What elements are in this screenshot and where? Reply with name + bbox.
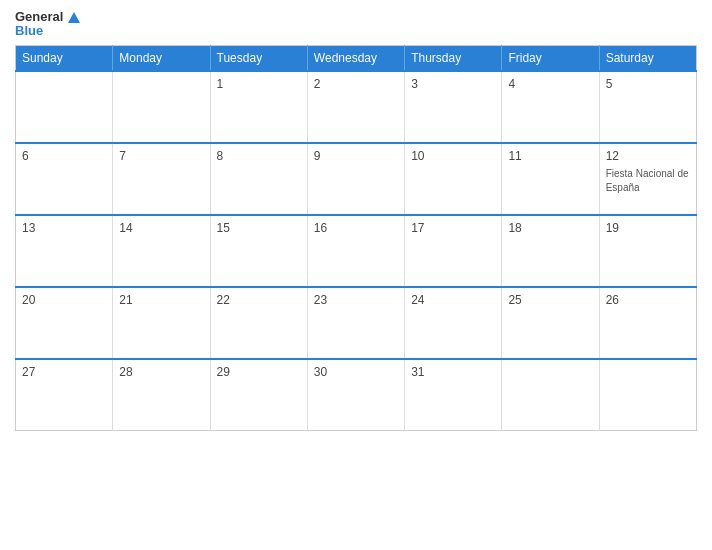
calendar-cell: 22 [210,287,307,359]
calendar-week-row: 12345 [16,71,697,143]
day-number: 14 [119,221,203,235]
calendar-day-header: Monday [113,45,210,71]
calendar-day-header: Sunday [16,45,113,71]
calendar-cell: 30 [307,359,404,431]
logo-general: General [15,10,63,24]
day-number: 16 [314,221,398,235]
day-number: 30 [314,365,398,379]
day-number: 31 [411,365,495,379]
calendar-cell: 14 [113,215,210,287]
calendar-day-header: Tuesday [210,45,307,71]
calendar-cell [502,359,599,431]
calendar-cell: 5 [599,71,696,143]
calendar-cell: 16 [307,215,404,287]
day-number: 19 [606,221,690,235]
day-number: 15 [217,221,301,235]
logo: General Blue [15,10,80,39]
calendar-cell [599,359,696,431]
calendar-cell: 19 [599,215,696,287]
calendar-cell: 23 [307,287,404,359]
day-number: 28 [119,365,203,379]
calendar-cell: 26 [599,287,696,359]
calendar-cell: 18 [502,215,599,287]
calendar-cell: 3 [405,71,502,143]
calendar-cell: 31 [405,359,502,431]
day-number: 25 [508,293,592,307]
calendar-week-row: 13141516171819 [16,215,697,287]
calendar-cell: 1 [210,71,307,143]
day-number: 5 [606,77,690,91]
calendar-table: SundayMondayTuesdayWednesdayThursdayFrid… [15,45,697,432]
calendar-day-header: Friday [502,45,599,71]
calendar-week-row: 2728293031 [16,359,697,431]
calendar-cell [113,71,210,143]
calendar-cell: 11 [502,143,599,215]
day-number: 24 [411,293,495,307]
day-number: 4 [508,77,592,91]
day-number: 17 [411,221,495,235]
day-number: 23 [314,293,398,307]
day-number: 3 [411,77,495,91]
calendar-cell [16,71,113,143]
day-number: 2 [314,77,398,91]
calendar-cell: 9 [307,143,404,215]
day-number: 13 [22,221,106,235]
calendar-day-header: Thursday [405,45,502,71]
calendar-cell: 4 [502,71,599,143]
calendar-cell: 24 [405,287,502,359]
calendar-cell: 20 [16,287,113,359]
calendar-week-row: 6789101112Fiesta Nacional de España [16,143,697,215]
calendar-cell: 21 [113,287,210,359]
day-number: 27 [22,365,106,379]
calendar-cell: 27 [16,359,113,431]
calendar-day-header: Saturday [599,45,696,71]
calendar-cell: 13 [16,215,113,287]
calendar-cell: 17 [405,215,502,287]
day-number: 7 [119,149,203,163]
calendar-week-row: 20212223242526 [16,287,697,359]
event-label: Fiesta Nacional de España [606,168,689,193]
day-number: 18 [508,221,592,235]
calendar-cell: 7 [113,143,210,215]
day-number: 1 [217,77,301,91]
calendar-cell: 15 [210,215,307,287]
calendar-cell: 28 [113,359,210,431]
calendar-cell: 2 [307,71,404,143]
calendar-day-header: Wednesday [307,45,404,71]
day-number: 12 [606,149,690,163]
day-number: 20 [22,293,106,307]
calendar-cell: 29 [210,359,307,431]
day-number: 26 [606,293,690,307]
calendar-cell: 6 [16,143,113,215]
calendar-cell: 8 [210,143,307,215]
page: General Blue SundayMondayTuesdayWednesda… [0,0,712,550]
calendar-header-row: SundayMondayTuesdayWednesdayThursdayFrid… [16,45,697,71]
day-number: 10 [411,149,495,163]
day-number: 29 [217,365,301,379]
logo-triangle-icon [68,12,80,23]
day-number: 21 [119,293,203,307]
day-number: 22 [217,293,301,307]
day-number: 9 [314,149,398,163]
calendar-cell: 25 [502,287,599,359]
calendar-cell: 12Fiesta Nacional de España [599,143,696,215]
day-number: 11 [508,149,592,163]
calendar-cell: 10 [405,143,502,215]
logo-blue: Blue [15,24,43,38]
day-number: 8 [217,149,301,163]
header: General Blue [15,10,697,39]
day-number: 6 [22,149,106,163]
